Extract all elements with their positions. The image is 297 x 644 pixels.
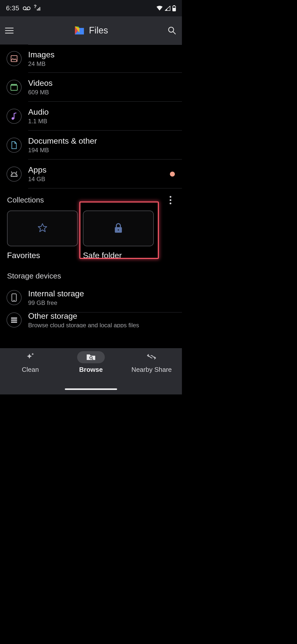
sparkle-icon xyxy=(26,352,35,362)
app-title: Files xyxy=(89,25,108,36)
svg-rect-18 xyxy=(11,317,17,319)
category-title: Documents & other xyxy=(28,136,175,146)
category-title: Audio xyxy=(28,107,175,117)
home-indicator[interactable] xyxy=(65,388,117,390)
category-size: 194 MB xyxy=(28,147,175,154)
nav-label: Nearby Share xyxy=(131,366,172,374)
category-audio[interactable]: Audio1.1 MB xyxy=(0,102,182,131)
category-size: 609 MB xyxy=(28,89,175,96)
star-icon xyxy=(37,223,48,234)
collection-safe-folder[interactable]: Safe folder xyxy=(83,211,154,260)
category-title: Apps xyxy=(28,165,163,175)
android-icon xyxy=(7,167,22,182)
collection-label: Favorites xyxy=(7,251,78,260)
storage-title: Other storage xyxy=(28,312,175,321)
storage-header: Storage devices xyxy=(7,272,61,280)
svg-point-12 xyxy=(12,174,13,175)
wifi-icon xyxy=(156,6,163,11)
nav-label: Clean xyxy=(22,366,39,374)
nav-nearby-share[interactable]: Nearby Share xyxy=(121,351,182,394)
svg-rect-10 xyxy=(11,85,17,90)
svg-rect-17 xyxy=(13,300,15,301)
storage-other[interactable]: Other storageBrowse cloud storage and lo… xyxy=(0,312,182,328)
storage-stack-icon xyxy=(7,312,22,328)
storage-sub: Browse cloud storage and local apps file… xyxy=(28,322,175,328)
category-title: Videos xyxy=(28,78,175,88)
status-bar: 6:35 ? xyxy=(0,0,182,16)
phone-icon xyxy=(7,290,22,305)
cell-icon xyxy=(165,6,170,11)
svg-point-1 xyxy=(27,7,30,10)
folder-search-icon xyxy=(86,352,96,362)
category-documents[interactable]: Documents & other194 MB xyxy=(0,131,182,159)
svg-point-13 xyxy=(15,174,16,175)
notification-dot xyxy=(170,172,175,177)
signal-question-icon: ? xyxy=(34,6,41,11)
swap-icon xyxy=(146,354,157,360)
voicemail-icon xyxy=(23,6,30,10)
battery-icon xyxy=(172,5,176,11)
menu-button[interactable] xyxy=(5,25,15,35)
collection-label: Safe folder xyxy=(83,251,154,260)
category-images[interactable]: Images24 MB xyxy=(0,45,182,73)
category-size: 1.1 MB xyxy=(28,118,175,125)
category-size: 14 GB xyxy=(28,176,163,183)
collection-favorites[interactable]: Favorites xyxy=(7,211,78,260)
svg-rect-4 xyxy=(39,7,40,11)
svg-rect-20 xyxy=(11,321,17,323)
svg-point-15 xyxy=(118,229,119,231)
svg-rect-3 xyxy=(38,8,39,11)
nav-browse[interactable]: Browse xyxy=(61,351,121,394)
collections-header: Collections xyxy=(7,196,44,204)
svg-rect-7 xyxy=(173,8,176,11)
nav-clean[interactable]: Clean xyxy=(0,351,61,394)
video-icon xyxy=(7,80,22,95)
storage-sub: 99 GB free xyxy=(28,299,175,306)
document-icon xyxy=(7,138,22,153)
svg-rect-9 xyxy=(11,56,17,62)
app-bar: Files xyxy=(0,16,182,45)
image-icon xyxy=(7,51,22,66)
storage-internal[interactable]: Internal storage99 GB free xyxy=(0,283,182,312)
status-time: 6:35 xyxy=(6,4,19,12)
audio-icon xyxy=(7,109,22,124)
category-size: 24 MB xyxy=(28,60,175,67)
search-button[interactable] xyxy=(167,25,177,35)
bottom-nav: Clean Browse Nearby Share xyxy=(0,348,182,394)
storage-title: Internal storage xyxy=(28,289,175,298)
category-title: Images xyxy=(28,50,175,59)
svg-point-0 xyxy=(23,7,26,10)
category-videos[interactable]: Videos609 MB xyxy=(0,73,182,102)
nav-label: Browse xyxy=(79,366,103,374)
category-apps[interactable]: Apps14 GB xyxy=(0,159,182,188)
collections-more-button[interactable] xyxy=(166,195,175,205)
svg-rect-19 xyxy=(11,319,17,321)
lock-icon xyxy=(114,223,123,234)
files-logo-icon xyxy=(74,25,85,36)
svg-rect-2 xyxy=(37,9,38,11)
